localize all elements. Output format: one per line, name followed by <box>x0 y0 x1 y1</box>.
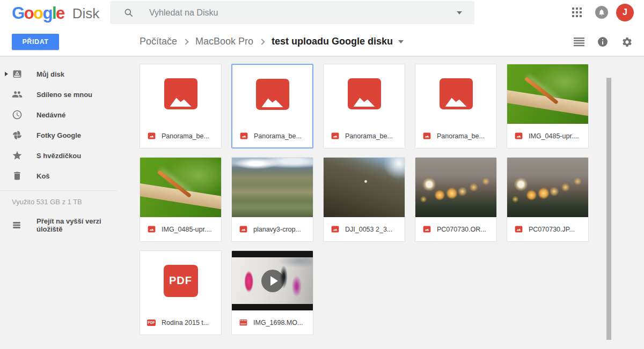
file-name: Panorama_be... <box>345 132 393 140</box>
file-card-footer: IMG_1698.MO... <box>232 310 313 335</box>
breadcrumb-computers[interactable]: Počítače <box>140 36 177 47</box>
google-logo-letter: o <box>24 4 33 23</box>
file-card[interactable]: IMG_0485-upr.... <box>507 64 589 148</box>
file-thumbnail <box>140 158 221 217</box>
file-card[interactable]: PDF PDF Rodina 2015 t... <box>140 250 222 335</box>
search-input[interactable] <box>149 8 457 18</box>
file-name: IMG_0485-upr.... <box>529 132 579 140</box>
image-file-icon <box>331 225 339 233</box>
image-file-icon <box>331 132 339 140</box>
file-name: IMG_0485-upr.... <box>162 226 212 233</box>
image-file-icon <box>422 132 431 140</box>
expand-arrow-icon[interactable] <box>5 72 8 76</box>
file-card-footer: Panorama_be... <box>415 124 496 148</box>
file-card[interactable]: Panorama_be... <box>415 64 497 148</box>
sidebar-item-my-drive[interactable]: Můj disk <box>0 64 129 84</box>
file-name: PC070730.OR... <box>437 226 486 233</box>
file-name: DJI_0053 2_3... <box>345 226 392 233</box>
sidebar-divider <box>0 190 117 191</box>
gear-icon[interactable] <box>621 36 633 48</box>
google-logo: Google <box>12 4 64 23</box>
file-name: Rodina 2015 t... <box>162 319 209 326</box>
file-thumbnail <box>507 64 588 124</box>
file-card[interactable]: IMG_0485-upr.... <box>140 157 222 242</box>
file-card[interactable]: planavy3-crop... <box>231 157 313 242</box>
image-file-icon <box>239 132 248 140</box>
breadcrumb-current-folder[interactable]: test uploadu Google disku <box>272 36 393 47</box>
file-thumbnail <box>324 158 405 217</box>
file-card-footer: planavy3-crop... <box>232 217 313 241</box>
file-name: IMG_1698.MO... <box>253 319 303 326</box>
avatar[interactable]: J <box>616 4 634 21</box>
notifications-bell-icon[interactable] <box>595 6 608 19</box>
storage-stack-icon <box>12 220 21 230</box>
file-thumbnail <box>415 158 496 217</box>
add-button[interactable]: PŘIDAT <box>12 34 59 50</box>
list-view-icon[interactable] <box>574 37 584 47</box>
file-card[interactable]: IMG_1698.MO... <box>231 250 313 335</box>
sidebar-item-trash[interactable]: Koš <box>0 166 129 186</box>
file-card[interactable]: Panorama_be... <box>323 64 405 148</box>
sidebar-item-shared-with-me[interactable]: Sdíleno se mnou <box>0 84 129 105</box>
play-icon <box>261 270 284 292</box>
file-name: Panorama_be... <box>254 132 302 140</box>
storage-usage-text: Využito 531 GB z 1 TB <box>12 198 129 206</box>
file-card-footer: IMG_0485-upr.... <box>507 124 588 148</box>
product-name: Disk <box>72 5 100 22</box>
scrollbar-thumb[interactable] <box>606 78 611 340</box>
google-drive-logo[interactable]: Google Disk <box>12 2 99 25</box>
info-icon[interactable] <box>598 37 608 47</box>
google-logo-letter: g <box>43 4 52 23</box>
file-card-footer: PC070730.OR... <box>415 217 496 241</box>
file-card-footer: PC070730.JP... <box>507 217 588 241</box>
clock-icon <box>12 109 23 120</box>
sidebar-item-starred[interactable]: S hvězdičkou <box>0 145 129 166</box>
file-card[interactable]: PC070730.OR... <box>415 157 497 242</box>
pdf-icon: PDF <box>164 265 198 297</box>
trash-icon <box>12 170 23 181</box>
my-drive-icon <box>12 69 23 79</box>
file-card[interactable]: Panorama_be... <box>231 64 313 148</box>
folder-menu-caret-icon[interactable] <box>398 40 404 43</box>
apps-grid-icon[interactable] <box>572 8 582 17</box>
file-card-footer: IMG_0485-upr.... <box>140 217 221 241</box>
search-options-caret-icon[interactable] <box>457 11 462 14</box>
upgrade-storage-label: Přejít na vyšší verzi úložiště <box>36 217 129 233</box>
file-card-footer: Panorama_be... <box>324 124 405 148</box>
breadcrumb-macbook-pro[interactable]: MacBook Pro <box>195 36 253 47</box>
breadcrumb: Počítače MacBook Pro test uploadu Google… <box>140 36 404 47</box>
file-name: PC070730.JP... <box>529 226 575 233</box>
header: Google Disk J PŘIDAT Počítače MacBook Pr… <box>0 0 644 56</box>
upgrade-storage-item[interactable]: Přejít na vyšší verzi úložiště <box>0 217 129 233</box>
star-icon <box>12 150 23 161</box>
view-actions <box>574 34 633 50</box>
chevron-right-icon <box>259 39 265 44</box>
search-icon[interactable] <box>123 8 134 18</box>
file-grid: Panorama_be... Panorama_be... Panorama_b… <box>140 64 594 335</box>
file-thumbnail <box>232 251 313 310</box>
file-card[interactable]: Panorama_be... <box>140 64 222 148</box>
google-logo-letter: e <box>56 4 64 23</box>
file-name: Panorama_be... <box>437 132 485 140</box>
chevron-right-icon <box>182 39 188 44</box>
search-bar[interactable] <box>110 1 474 24</box>
file-thumbnail <box>324 64 405 124</box>
pdf-file-icon: PDF <box>147 318 156 326</box>
google-logo-letter: o <box>33 4 42 23</box>
file-card-footer: DJI_0053 2_3... <box>324 217 405 241</box>
file-thumbnail <box>415 64 496 124</box>
google-logo-letter: G <box>12 4 24 23</box>
sidebar-item-recent[interactable]: Nedávné <box>0 105 129 125</box>
photos-pinwheel-icon <box>12 130 23 140</box>
sidebar: Můj disk Sdíleno se mnou Nedávné <box>0 57 129 349</box>
file-thumbnail <box>232 65 312 124</box>
image-file-icon <box>514 225 523 233</box>
sidebar-item-google-photos[interactable]: Fotky Google <box>0 125 129 145</box>
file-card[interactable]: PC070730.JP... <box>507 157 589 242</box>
file-name: Panorama_be... <box>162 132 209 140</box>
video-file-icon <box>239 318 247 326</box>
file-card[interactable]: DJI_0053 2_3... <box>323 157 405 242</box>
image-file-icon <box>422 225 431 233</box>
file-thumbnail <box>507 158 588 217</box>
file-card-footer: Panorama_be... <box>140 124 221 148</box>
